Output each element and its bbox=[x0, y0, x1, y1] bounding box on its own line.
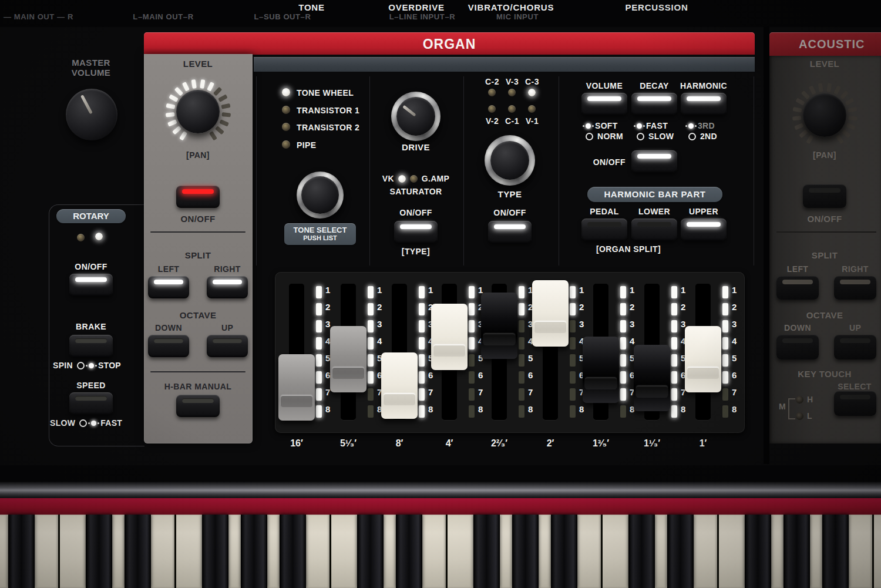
drawbar-led-segment bbox=[316, 354, 322, 367]
led-ring-tick bbox=[218, 94, 228, 102]
acoustic-split-left-button[interactable] bbox=[776, 276, 819, 300]
overdrive-on-off-button[interactable] bbox=[394, 221, 438, 243]
section-divider bbox=[256, 76, 257, 266]
percussion-decay-button[interactable] bbox=[631, 93, 677, 115]
organ-on-off-button[interactable] bbox=[176, 186, 220, 208]
acoustic-split-right-button[interactable] bbox=[834, 276, 876, 300]
drawbar-led-segment bbox=[570, 320, 576, 332]
black-key[interactable] bbox=[86, 515, 112, 588]
acoustic-octave-label: OCTAVE bbox=[795, 310, 854, 320]
rotary-brake-button[interactable] bbox=[69, 335, 113, 357]
keybed-rail bbox=[0, 482, 881, 498]
led-ring-tick bbox=[219, 119, 229, 126]
drawbar-led-segment bbox=[620, 405, 626, 418]
hbar-manual-button[interactable] bbox=[176, 395, 220, 417]
acoustic-level-knob[interactable] bbox=[803, 93, 846, 137]
rotary-speed-label: SPEED bbox=[62, 381, 120, 390]
master-volume-knob[interactable] bbox=[66, 89, 117, 140]
acoustic-octave-up-button[interactable] bbox=[834, 335, 876, 359]
drawbar-led-segment bbox=[570, 303, 576, 315]
black-key[interactable] bbox=[125, 515, 151, 588]
black-key[interactable] bbox=[551, 515, 577, 588]
lower-button[interactable] bbox=[631, 219, 677, 241]
rotary-speed-button[interactable] bbox=[69, 392, 113, 415]
black-key[interactable] bbox=[396, 515, 422, 588]
organ-octave-up-button[interactable] bbox=[207, 335, 248, 357]
drawbar-handle[interactable] bbox=[634, 345, 670, 411]
soft-led-lit-icon bbox=[586, 123, 591, 129]
drawbar-led-segment bbox=[620, 388, 626, 401]
acoustic-octave-down-button[interactable] bbox=[776, 335, 819, 359]
black-key[interactable] bbox=[8, 515, 35, 588]
drawbar-handle[interactable] bbox=[330, 326, 366, 392]
black-key[interactable] bbox=[241, 515, 267, 588]
transistor1-led bbox=[282, 106, 290, 114]
drawbar-led-number: 8 bbox=[478, 404, 483, 414]
white-key[interactable] bbox=[874, 515, 881, 588]
vibrato-type-knob[interactable] bbox=[490, 141, 529, 180]
led-ring-tick bbox=[841, 129, 850, 138]
pedal-button[interactable] bbox=[581, 219, 627, 241]
drawbar-led-segment bbox=[620, 354, 626, 367]
jack-label-sub-out: L–SUB OUT–R bbox=[247, 12, 318, 21]
percussion-volume-button[interactable] bbox=[581, 93, 627, 115]
organ-level-knob[interactable] bbox=[176, 90, 220, 133]
led-ring-tick bbox=[214, 126, 224, 135]
drawbar-led-segment bbox=[722, 337, 728, 350]
acoustic-on-off-button[interactable] bbox=[803, 184, 846, 208]
black-key[interactable] bbox=[280, 515, 306, 588]
drawbar-led-segment bbox=[469, 405, 475, 418]
black-key[interactable] bbox=[667, 515, 694, 588]
led-ring-tick bbox=[845, 98, 855, 105]
black-key[interactable] bbox=[202, 515, 228, 588]
panel-gap bbox=[764, 26, 769, 464]
percussion-slow-row: SLOW bbox=[637, 132, 674, 141]
led-ring-tick bbox=[207, 82, 214, 92]
percussion-on-off-button[interactable] bbox=[631, 150, 677, 173]
black-key[interactable] bbox=[473, 515, 500, 588]
drawbar-handle[interactable] bbox=[685, 326, 721, 392]
organ-split-left-button[interactable] bbox=[148, 276, 189, 298]
norm-label: NORM bbox=[597, 132, 623, 141]
organ-octave-down-button[interactable] bbox=[148, 335, 189, 357]
drive-knob[interactable] bbox=[396, 97, 435, 136]
key-touch-select-button[interactable] bbox=[834, 391, 876, 416]
gamp-label: G.AMP bbox=[422, 174, 449, 183]
black-key[interactable] bbox=[357, 515, 384, 588]
tone-select-knob[interactable] bbox=[301, 176, 339, 214]
vibrato-on-off-button[interactable] bbox=[488, 221, 532, 243]
drawbar-handle[interactable] bbox=[583, 337, 619, 403]
organ-split-right-button[interactable] bbox=[207, 276, 248, 298]
stop-label: STOP bbox=[98, 361, 121, 370]
drawbar-led-segment bbox=[722, 303, 728, 315]
drawbar-handle[interactable] bbox=[481, 293, 517, 359]
drawbar-handle[interactable] bbox=[431, 304, 468, 370]
drawbar-led-number: 3 bbox=[732, 319, 737, 329]
overdrive-type-label: [TYPE] bbox=[386, 247, 445, 256]
rotary-on-off-button[interactable] bbox=[69, 274, 113, 296]
rotary-led-lit bbox=[95, 233, 103, 240]
drawbar-led-number: 5 bbox=[732, 353, 737, 363]
drawbar-handle[interactable] bbox=[278, 354, 315, 421]
black-key[interactable] bbox=[784, 515, 810, 588]
drawbar-led-segment bbox=[519, 320, 524, 332]
black-key[interactable] bbox=[745, 515, 771, 588]
drawbar-led-segment bbox=[419, 286, 425, 298]
drawbar-handle[interactable] bbox=[381, 352, 418, 419]
drawbar-led-number: 8 bbox=[325, 404, 330, 414]
black-key[interactable] bbox=[628, 515, 655, 588]
keybed-felt-strip bbox=[0, 498, 881, 515]
drawbar-led-segment bbox=[620, 320, 626, 332]
drawbar-led-segment bbox=[722, 405, 728, 418]
upper-button[interactable] bbox=[681, 219, 727, 241]
percussion-3rd-row: 3RD bbox=[688, 121, 715, 130]
fast-label: FAST bbox=[100, 418, 122, 428]
percussion-harmonic-button[interactable] bbox=[681, 93, 727, 115]
section-divider bbox=[369, 76, 370, 266]
black-key[interactable] bbox=[512, 515, 539, 588]
jack-label-mic-input: MIC INPUT bbox=[482, 12, 553, 21]
panel-divider bbox=[776, 231, 876, 233]
drawbar-handle[interactable] bbox=[532, 280, 569, 347]
black-key[interactable] bbox=[822, 515, 849, 588]
vk-led bbox=[398, 175, 406, 183]
